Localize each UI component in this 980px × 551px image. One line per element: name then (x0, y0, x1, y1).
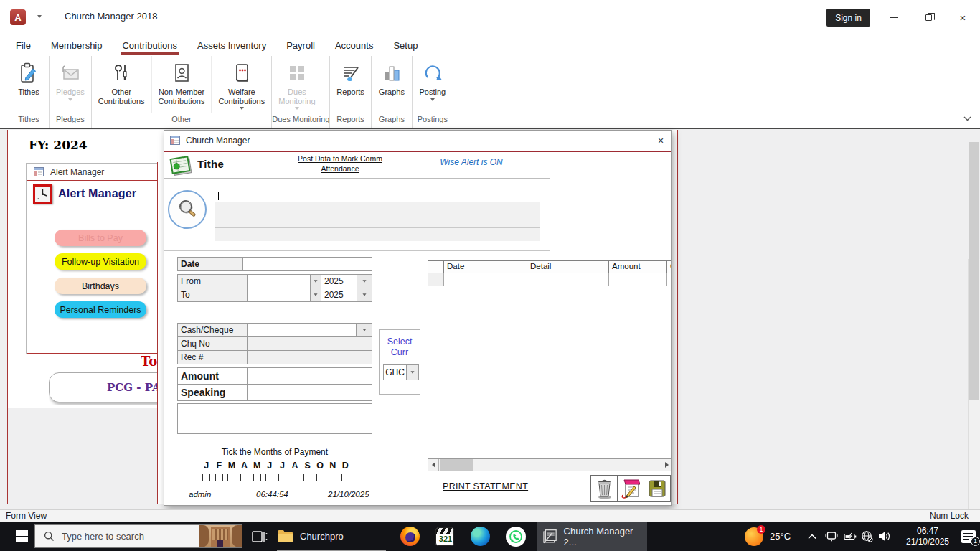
list-row[interactable] (215, 228, 540, 241)
post-data-link[interactable]: Post Data to Mark Comm Attendance (293, 154, 387, 174)
task-view-icon[interactable] (250, 527, 270, 545)
column-header-date[interactable]: Date (444, 261, 527, 273)
table-cell[interactable] (609, 273, 667, 286)
notification-center-icon[interactable]: 1 (961, 522, 976, 551)
list-row[interactable] (215, 202, 540, 215)
tab-payroll[interactable]: Payroll (285, 34, 316, 56)
save-record-button[interactable] (644, 475, 671, 502)
rec-number-field[interactable] (248, 351, 372, 364)
from-month-select[interactable] (248, 275, 311, 288)
list-row[interactable] (215, 215, 540, 228)
wise-alert-link[interactable]: Wise Alert is ON (433, 157, 510, 167)
search-button[interactable] (168, 190, 207, 229)
taskbar-search-box[interactable]: Type here to search (34, 524, 242, 548)
birthdays-button[interactable]: Birthdays (55, 278, 146, 294)
network-globe-icon[interactable] (861, 522, 873, 551)
sign-in-button[interactable]: Sign in (826, 9, 870, 27)
vscroll-thumb[interactable] (969, 142, 979, 400)
from-month-caret-icon[interactable] (311, 275, 321, 288)
your-phone-icon[interactable] (825, 522, 838, 551)
taskbar-firefox-icon[interactable] (400, 522, 420, 551)
quick-access-caret-icon[interactable] (37, 15, 42, 18)
search-input-row[interactable] (215, 189, 540, 202)
start-button[interactable] (7, 522, 36, 551)
amount-input[interactable] (248, 368, 372, 384)
month-checkbox[interactable] (291, 474, 298, 481)
edit-record-button[interactable] (617, 475, 644, 502)
graphs-button[interactable]: Graphs (372, 56, 412, 113)
from-year-caret-icon[interactable] (357, 275, 372, 288)
search-highlight-image[interactable] (199, 525, 242, 547)
tab-membership[interactable]: Membership (50, 34, 104, 56)
scroll-right-icon[interactable] (661, 459, 672, 471)
taskbar-media-player-icon[interactable]: 321 (435, 522, 454, 551)
to-year-select[interactable]: 2025 (321, 288, 357, 301)
tab-contributions[interactable]: Contributions (121, 34, 179, 56)
month-checkbox[interactable] (265, 474, 273, 481)
month-checkbox[interactable] (303, 474, 311, 481)
cash-cheque-caret-icon[interactable] (357, 324, 372, 336)
close-button[interactable]: × (948, 7, 977, 27)
month-checkbox[interactable] (329, 474, 336, 481)
month-checkbox[interactable] (227, 474, 235, 481)
taskbar-church-manager-window[interactable]: Church Manager 2... (537, 522, 647, 551)
taskbar-edge-icon[interactable] (471, 522, 490, 551)
memo-box[interactable] (177, 403, 372, 434)
month-checkbox[interactable] (316, 474, 324, 481)
pcg-button[interactable]: PCG - PA (49, 372, 157, 402)
ribbon-collapse-icon[interactable] (960, 113, 974, 124)
from-year-select[interactable]: 2025 (321, 275, 357, 288)
bills-to-pay-button[interactable]: Bills to Pay (55, 230, 146, 246)
column-header-detail[interactable]: Detail (527, 261, 609, 273)
month-checkbox[interactable] (278, 474, 286, 481)
other-contributions-button[interactable]: Other Contributions (92, 56, 151, 113)
month-checkbox[interactable] (240, 474, 248, 481)
to-month-caret-icon[interactable] (311, 288, 321, 301)
table-hscrollbar[interactable] (428, 458, 672, 471)
posting-button[interactable]: Posting (413, 56, 453, 113)
dialog-close-button[interactable]: × (649, 131, 672, 151)
to-month-select[interactable] (248, 288, 311, 301)
row-selector[interactable] (428, 273, 444, 286)
minimize-button[interactable] (880, 7, 908, 27)
dialog-titlebar[interactable]: Church Manager × (164, 131, 672, 151)
tab-file[interactable]: File (14, 34, 32, 56)
tab-assets-inventory[interactable]: Assets Inventory (196, 34, 268, 56)
tab-accounts[interactable]: Accounts (334, 34, 374, 56)
speaking-input[interactable] (248, 385, 372, 400)
follow-up-visitation-button[interactable]: Follow-up Visitation (55, 253, 146, 270)
column-header-amount[interactable]: Amount (609, 261, 667, 273)
dialog-minimize-button[interactable] (618, 131, 644, 151)
pledges-button[interactable]: Pledges (50, 56, 91, 113)
taskbar-explorer-churchpro[interactable]: Churchpro (277, 522, 344, 551)
reports-button[interactable]: Reports (330, 56, 371, 113)
personal-reminders-button[interactable]: Personal Reminders (55, 301, 146, 318)
table-cell[interactable] (527, 273, 609, 286)
restore-button[interactable] (914, 7, 943, 27)
month-checkbox[interactable] (202, 474, 210, 481)
dues-monitoring-button[interactable]: Dues Monitoring (272, 56, 321, 113)
print-statement-link[interactable]: PRINT STATEMENT (443, 481, 528, 491)
scroll-left-icon[interactable] (428, 459, 439, 471)
to-year-caret-icon[interactable] (357, 288, 372, 301)
column-header-c[interactable]: C A (667, 261, 672, 273)
weather-tray-item[interactable]: 1 25°C (745, 522, 791, 551)
taskbar-whatsapp-icon[interactable] (506, 522, 526, 551)
date-input[interactable] (243, 258, 372, 270)
clock-tray-item[interactable]: 06:47 21/10/2025 (898, 522, 957, 551)
table-cell[interactable] (444, 273, 527, 286)
battery-icon[interactable] (844, 522, 857, 551)
volume-icon[interactable] (878, 522, 891, 551)
month-checkbox[interactable] (215, 474, 223, 481)
non-member-contributions-button[interactable]: Non-Member Contributions (151, 56, 212, 113)
tithes-button[interactable]: Tithes (9, 56, 49, 113)
cash-cheque-select[interactable] (248, 324, 357, 336)
row-selector-header[interactable] (428, 261, 444, 273)
welfare-contributions-button[interactable]: Welfare Contributions (211, 56, 271, 113)
table-cell[interactable] (667, 273, 672, 286)
currency-value[interactable]: GHC (383, 364, 407, 380)
chq-no-field[interactable] (248, 337, 372, 350)
delete-record-button[interactable] (590, 475, 618, 502)
tab-setup[interactable]: Setup (392, 34, 419, 56)
member-search-list[interactable] (215, 189, 540, 242)
